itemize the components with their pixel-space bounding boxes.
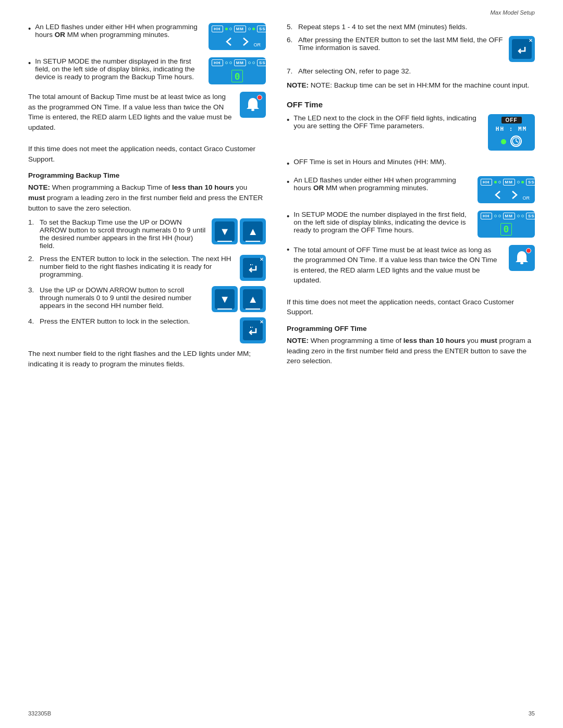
- para-after-steps: The next number field to the right flash…: [28, 349, 266, 369]
- bell-container: [240, 92, 266, 118]
- or-display-device: HH MM SS ##: [209, 23, 266, 50]
- bell-alarm-right-image: [509, 245, 535, 271]
- svg-rect-0: [251, 109, 254, 111]
- footer-right: 35: [529, 710, 535, 717]
- bullet-setup-mode: • In SETUP MODE the number displayed in …: [28, 57, 266, 84]
- step-6: 6. After pressing the ENTER button to se…: [287, 36, 535, 62]
- bullet-led-or-right-text: An LED flashes under either HH when prog…: [293, 176, 472, 192]
- step3-image: ▼ ▲: [212, 286, 266, 312]
- enter-button-img: ✕: [240, 255, 266, 281]
- contact-graco-left: If this time does not meet the applicati…: [28, 144, 266, 164]
- down-arrow-button-2: ▼: [212, 286, 238, 312]
- svg-line-5: [516, 141, 518, 142]
- footer-left: 332305B: [28, 710, 51, 717]
- bullet-setup-right-text: In SETUP MODE the number displayed in th…: [293, 211, 472, 234]
- setup-mode-image: HH MM SS ## 0: [209, 57, 266, 84]
- note-backup-time: NOTE: When programming a Backup Time of …: [28, 182, 266, 213]
- setup-right-image: HH MM SS ## 0: [478, 211, 535, 238]
- or-display-right: HH MM SS ## O: [478, 176, 535, 203]
- step-2: 2. Press the ENTER button to lock in the…: [28, 255, 266, 281]
- page-header: Max Model Setup: [0, 0, 563, 18]
- bullet-led-or-text: An LED flashes under either HH when prog…: [35, 23, 203, 39]
- bullet-off-hhmm: • OFF Time is set in Hours and Minutes (…: [287, 158, 535, 169]
- led-or-right-image: HH MM SS ## O: [478, 176, 535, 203]
- bell-container-right: [509, 245, 535, 271]
- header-title: Max Model Setup: [490, 9, 535, 16]
- left-column: • An LED flashes under either HH when pr…: [28, 23, 282, 374]
- bullet-led-or: • An LED flashes under either HH when pr…: [28, 23, 266, 50]
- up-arrow-button-2: ▲: [240, 286, 266, 312]
- note-backup-right: NOTE: NOTE: Backup time can be set in HH…: [287, 80, 535, 91]
- down-arrow-button: ▼: [212, 218, 238, 244]
- clock-svg: [511, 137, 521, 146]
- bullet-setup-right: • In SETUP MODE the number displayed in …: [287, 211, 535, 238]
- right-arrow-icon-2: [508, 189, 520, 201]
- bell-alarm-image: [240, 92, 266, 118]
- step1-image: ▼ ▲: [212, 218, 266, 244]
- or-text: OR: [254, 42, 261, 47]
- step6-text: After pressing the ENTER button to set t…: [298, 36, 504, 52]
- bullet-setup-mode-text: In SETUP MODE the number displayed in th…: [35, 57, 203, 81]
- red-dot-right: [526, 248, 531, 253]
- enter-icon-2: [247, 324, 259, 337]
- enter-button-img-2: ✕: [240, 317, 266, 343]
- enter-icon-3: [516, 43, 528, 55]
- alarm-bell-text: The total amount of Backup Time must be …: [28, 92, 234, 138]
- left-arrow-icon-2: [493, 189, 504, 201]
- step5-text: Repeat steps 1 - 4 to set the next MM (m…: [298, 23, 535, 31]
- blink-device-display: HH MM SS ## 0: [209, 57, 266, 84]
- arrow-buttons: ▼ ▲: [212, 218, 266, 244]
- step-1: 1. To set the Backup Time use the UP or …: [28, 218, 266, 250]
- alarm-bell-block: The total amount of Backup Time must be …: [28, 92, 266, 138]
- up-arrow-button: ▲: [240, 218, 266, 244]
- bell-inner: [246, 97, 260, 113]
- hh-mm-text: HH : MM: [496, 126, 527, 132]
- bullet-led-clock: • The LED next to the clock in the OFF f…: [287, 114, 535, 151]
- step-7: 7. After selecting ON, refer to page 32.: [287, 67, 535, 75]
- green-led: [501, 139, 506, 144]
- step4-image: ✕: [240, 317, 266, 343]
- step6-image: ✕: [509, 36, 535, 62]
- off-time-total-text: • The total amount of OFF Time must be a…: [287, 245, 503, 291]
- right-column: 5. Repeat steps 1 - 4 to set the next MM…: [282, 23, 535, 374]
- off-time-heading: OFF Time: [287, 100, 535, 109]
- contact-graco-right: If this time does not meet the applicati…: [287, 297, 535, 317]
- red-dot-indicator: [257, 95, 262, 100]
- or-text-2: OR: [523, 195, 530, 201]
- off-time-total-block: • The total amount of OFF Time must be a…: [287, 245, 535, 291]
- bullet-led-clock-text: The LED next to the clock in the OFF fie…: [293, 114, 483, 130]
- blink-digit-right: 0: [500, 223, 512, 236]
- blink-device-right: HH MM SS ## 0: [478, 211, 535, 238]
- step7-text: After selecting ON, refer to page 32.: [298, 67, 535, 75]
- arrow-buttons-2: ▼ ▲: [212, 286, 266, 312]
- right-arrow-icon: [239, 36, 251, 47]
- step-4: 4. Press the ENTER button to lock in the…: [28, 317, 266, 343]
- step-5: 5. Repeat steps 1 - 4 to set the next MM…: [287, 23, 535, 31]
- blink-digit: 0: [231, 70, 243, 82]
- page-footer: 332305B 35: [0, 710, 563, 717]
- off-display-image: OFF HH : MM: [488, 114, 535, 151]
- bullet-led-or-right: • An LED flashes under either HH when pr…: [287, 176, 535, 203]
- enter-icon: [247, 262, 259, 274]
- bell-inner-right: [515, 250, 529, 266]
- bullet-off-hhmm-text: OFF Time is set in Hours and Minutes (HH…: [293, 158, 535, 166]
- note-off-time: NOTE: When programming a time of less th…: [287, 336, 535, 366]
- programming-off-heading: Programming OFF Time: [287, 325, 535, 332]
- step2-image: ✕: [240, 255, 266, 281]
- left-arrow-icon: [224, 36, 235, 47]
- svg-rect-6: [520, 262, 523, 264]
- clock-icon: [510, 135, 522, 147]
- enter-button-img-3: ✕: [509, 36, 535, 62]
- off-time-display: OFF HH : MM: [488, 114, 535, 151]
- led-or-image: HH MM SS ##: [209, 23, 266, 50]
- programming-backup-heading: Programming Backup Time: [28, 171, 266, 179]
- step-3: 3. Use the UP or DOWN ARROW button to sc…: [28, 286, 266, 312]
- off-label: OFF: [501, 117, 522, 124]
